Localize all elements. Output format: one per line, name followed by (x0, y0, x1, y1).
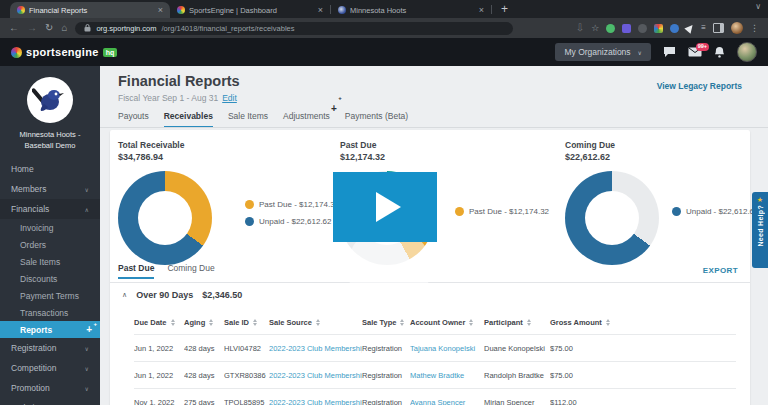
reload-icon[interactable]: ↻ (45, 23, 53, 33)
sort-icon[interactable] (527, 319, 531, 326)
column-header-aging[interactable]: Aging (184, 318, 224, 327)
sidebar-item-transactions[interactable]: Transactions (0, 304, 100, 321)
cell-sale-source-link[interactable]: 2022-2023 Club Membership (269, 371, 362, 380)
tab-adjustments[interactable]: Adjustments (283, 111, 330, 128)
extension-icon[interactable] (670, 24, 679, 33)
organization-name: Minnesota Hoots - Baseball Demo (0, 130, 100, 151)
need-help-label: Need Help? (757, 205, 764, 247)
tab-receivables[interactable]: Receivables (164, 111, 213, 128)
column-header-sale-source[interactable]: Sale Source (269, 318, 362, 327)
collapse-chevron-icon[interactable]: ∧ (122, 291, 127, 299)
sort-icon[interactable] (316, 319, 320, 326)
subtab-past-due[interactable]: Past Due (118, 263, 154, 279)
sidebar-item-home[interactable]: Home (0, 159, 100, 179)
team-logo[interactable] (27, 77, 73, 123)
browser-profile-avatar[interactable] (731, 22, 743, 34)
new-tab-button[interactable]: + (501, 2, 508, 16)
sidebar-item-competition[interactable]: Competition ∨ (0, 358, 100, 378)
sportsengine-logo-icon (11, 47, 22, 58)
extensions-row: ⇩ ☆ ≡ ⋮ (576, 22, 759, 34)
my-organizations-label: My Organizations (564, 47, 630, 57)
legend-dot-unpaid (672, 207, 681, 216)
legend-item: Past Due - $12,174.32 (245, 200, 339, 209)
sidebar-item-orders[interactable]: Orders (0, 236, 100, 253)
cell-account-owner-link[interactable]: Ayanna Spencer (410, 398, 484, 405)
cell-account-owner-link[interactable]: Mathew Bradtke (410, 371, 484, 380)
column-header-sale-id[interactable]: Sale ID (224, 318, 269, 327)
user-avatar[interactable] (737, 42, 757, 62)
sidebar-item-members[interactable]: Members ∨ (0, 179, 100, 199)
column-header-participant[interactable]: Participant (484, 318, 550, 327)
tab-sale-items[interactable]: Sale Items (228, 111, 268, 128)
cell-account-owner-link[interactable]: Tajuana Konopelski (410, 344, 484, 353)
sidebar-item-invoicing[interactable]: Invoicing (0, 219, 100, 236)
export-button[interactable]: EXPORT (703, 266, 738, 275)
browser-tab-minnesota-hoots[interactable]: Minnesota Hoots × (331, 2, 491, 18)
column-header-due-date[interactable]: Due Date (134, 318, 184, 327)
column-header-account-owner[interactable]: Account Owner (410, 318, 484, 327)
bookmark-star-icon[interactable]: ☆ (591, 24, 599, 33)
tab-payments-beta[interactable]: Payments (Beta) (345, 111, 408, 128)
bell-icon[interactable] (714, 46, 725, 58)
browser-tab-financial-reports[interactable]: Financial Reports × (10, 2, 170, 18)
cell-due-date: Nov 1, 2022 (134, 398, 184, 405)
chart-title: Coming Due (565, 140, 665, 150)
chart-title: Past Due (340, 140, 440, 150)
cell-participant: Duane Konopelski (484, 344, 550, 353)
tab-payouts[interactable]: Payouts (118, 111, 149, 128)
total-receivable-donut-chart (118, 171, 212, 265)
sidebar-item-payment-terms[interactable]: Payment Terms (0, 287, 100, 304)
browser-tab-dashboard[interactable]: SportsEngine | Dashboard × (170, 2, 330, 18)
over-90-days-section-header[interactable]: ∧ Over 90 Days $2,346.50 (122, 290, 242, 300)
pointer-extension-icon[interactable] (685, 22, 696, 33)
screen: Financial Reports × SportsEngine | Dashb… (0, 0, 768, 405)
sidebar-item-discounts[interactable]: Discounts (0, 270, 100, 287)
view-legacy-reports-link[interactable]: View Legacy Reports (657, 81, 742, 91)
chat-icon[interactable] (663, 46, 676, 58)
home-icon[interactable]: ⌂ (61, 23, 67, 33)
sort-icon[interactable] (171, 319, 175, 326)
column-header-sale-type[interactable]: Sale Type (362, 318, 410, 327)
sidebar-item-promotion[interactable]: Promotion ∨ (0, 378, 100, 398)
close-tab-icon[interactable]: × (318, 6, 323, 15)
extension-icon[interactable] (654, 24, 663, 33)
edit-fiscal-link[interactable]: Edit (222, 93, 237, 103)
address-bar[interactable]: org.sportngin.com/org/14018/financial_re… (75, 22, 513, 35)
extension-icon[interactable] (638, 24, 647, 33)
sort-icon[interactable] (469, 319, 473, 326)
cell-sale-source-link[interactable]: 2022-2023 Club Membership (269, 398, 362, 405)
extension-icon[interactable] (606, 24, 615, 33)
my-organizations-dropdown[interactable]: My Organizations ∨ (555, 43, 651, 61)
list-icon[interactable]: ≡ (701, 24, 706, 32)
chevron-up-icon: ∧ (85, 206, 89, 213)
video-play-button[interactable] (333, 172, 437, 242)
mail-icon[interactable]: 99+ (688, 47, 702, 57)
window-chevron-icon[interactable]: ∨ (755, 2, 761, 11)
forward-icon[interactable]: → (27, 23, 37, 33)
sidebar-item-sale-items[interactable]: Sale Items (0, 253, 100, 270)
sidebar-item-website[interactable]: Website ∨ (0, 398, 100, 405)
download-icon[interactable]: ⇩ (576, 23, 584, 33)
legend-item: Past Due - $12,174.32 (455, 207, 549, 216)
back-icon[interactable]: ← (9, 23, 19, 33)
column-header-gross-amount[interactable]: Gross Amount (550, 318, 736, 327)
close-tab-icon[interactable]: × (479, 6, 484, 15)
extension-icon[interactable] (622, 24, 631, 33)
sidebar-item-registration[interactable]: Registration ∨ (0, 338, 100, 358)
close-tab-icon[interactable]: × (158, 6, 163, 15)
sort-icon[interactable] (253, 319, 257, 326)
subtab-coming-due[interactable]: Coming Due (167, 263, 214, 279)
table-row: Nov 1, 2022 275 days TPQL85895 2022-2023… (134, 389, 736, 405)
sort-icon[interactable] (606, 319, 610, 326)
sort-icon[interactable] (400, 319, 404, 326)
sidebar-item-reports[interactable]: Reports ++ (0, 321, 100, 338)
tab-title: Minnesota Hoots (350, 6, 475, 15)
side-panel-icon[interactable] (713, 23, 724, 33)
coming-due-summary: Coming Due $22,612.62 (565, 140, 665, 265)
sportsengine-logo[interactable]: sportsengine hq (11, 46, 117, 58)
sidebar-item-financials[interactable]: Financials ∧ (0, 199, 100, 219)
need-help-tab[interactable]: ★ Need Help? (752, 192, 768, 268)
browser-menu-icon[interactable]: ⋮ (750, 24, 759, 33)
cell-sale-source-link[interactable]: 2022-2023 Club Membership (269, 344, 362, 353)
sort-icon[interactable] (209, 319, 213, 326)
